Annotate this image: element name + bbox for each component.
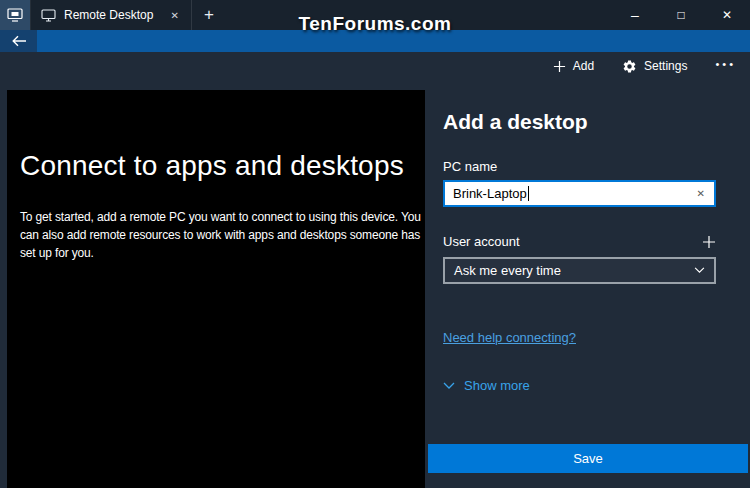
new-tab-button[interactable]: + — [192, 0, 226, 30]
titlebar: Remote Desktop ✕ + – □ ✕ — [0, 0, 750, 30]
minimize-button[interactable]: – — [612, 0, 658, 30]
show-more-button[interactable]: Show more — [443, 378, 750, 393]
monitor-icon — [41, 9, 56, 22]
tab-title: Remote Desktop — [64, 8, 159, 22]
caption-buttons: – □ ✕ — [612, 0, 750, 30]
user-account-row: User account — [443, 234, 716, 249]
add-button[interactable]: Add — [553, 59, 594, 73]
pc-name-input[interactable]: Brink-Laptop ✕ — [443, 180, 716, 207]
add-desktop-panel: Add a desktop PC name Brink-Laptop ✕ Use… — [427, 52, 750, 488]
user-account-label: User account — [443, 234, 520, 249]
pc-name-label: PC name — [443, 159, 750, 174]
nav-strip — [0, 30, 750, 52]
add-button-label: Add — [573, 59, 594, 73]
save-button[interactable]: Save — [428, 444, 748, 473]
settings-button-label: Settings — [644, 59, 687, 73]
chevron-down-icon — [443, 382, 455, 390]
app-icon — [0, 0, 30, 30]
need-help-link[interactable]: Need help connecting? — [443, 330, 576, 345]
plus-icon — [553, 60, 566, 73]
gear-icon — [622, 59, 637, 74]
tab-remote-desktop[interactable]: Remote Desktop ✕ — [30, 0, 192, 30]
form-title: Add a desktop — [443, 110, 750, 134]
welcome-panel: Connect to apps and desktops To get star… — [7, 90, 425, 488]
plus-icon — [702, 235, 716, 249]
more-button[interactable]: ••• — [715, 58, 736, 74]
welcome-title: Connect to apps and desktops — [20, 150, 421, 182]
back-arrow-icon — [11, 35, 27, 47]
remote-desktop-window: Remote Desktop ✕ + – □ ✕ TenForums.com A… — [0, 0, 750, 488]
toolbar: Add Settings ••• — [553, 58, 736, 74]
show-more-label: Show more — [464, 378, 530, 393]
close-button[interactable]: ✕ — [704, 0, 750, 30]
welcome-description: To get started, add a remote PC you want… — [20, 208, 424, 262]
add-user-account-button[interactable] — [702, 235, 716, 249]
settings-button[interactable]: Settings — [622, 59, 687, 74]
text-caret — [528, 186, 529, 201]
chevron-down-icon — [694, 267, 705, 274]
tab-close-icon[interactable]: ✕ — [167, 8, 183, 23]
maximize-button[interactable]: □ — [658, 0, 704, 30]
pc-name-value: Brink-Laptop — [453, 186, 527, 201]
user-account-selected-value: Ask me every time — [454, 263, 561, 278]
remote-desktop-app-icon — [7, 8, 23, 22]
back-button[interactable] — [0, 30, 37, 52]
more-icon: ••• — [715, 58, 736, 74]
clear-input-icon[interactable]: ✕ — [695, 186, 707, 201]
user-account-select[interactable]: Ask me every time — [443, 257, 716, 284]
